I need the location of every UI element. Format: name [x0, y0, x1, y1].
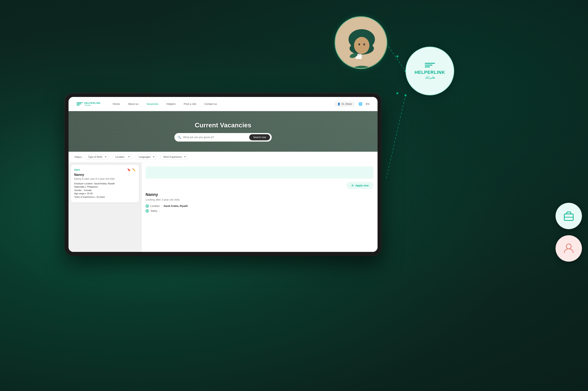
job-gender: Gender – Female — [74, 189, 136, 192]
nav-logo-arabic: هلبرلتك — [84, 104, 100, 106]
detail-location-row: Location: Saudi Arabia, Riyadh — [146, 204, 373, 208]
detail-location-value: Saudi Arabia, Riyadh — [164, 205, 188, 207]
tablet-screen: HELPERLINK هلبرلتك Home About us Vacanci… — [69, 97, 378, 252]
language-text[interactable]: EN — [366, 102, 369, 105]
navbar: HELPERLINK هلبرلتك Home About us Vacanci… — [69, 97, 378, 111]
nav-links: Home About us Vacancies Helpers Post a J… — [113, 102, 334, 105]
apply-button-label: Apply now — [355, 184, 369, 187]
job-experience: Years of experience ▸ 10 years — [74, 196, 136, 198]
search-button[interactable]: Search now — [249, 134, 270, 140]
job-title: Nanny — [74, 173, 136, 177]
nav-link-home[interactable]: Home — [113, 102, 120, 105]
nav-logo-line-1 — [77, 102, 83, 103]
experience-label: Years of experience — [74, 196, 94, 198]
logo-name: HELPERLINK — [415, 70, 445, 75]
share-icon[interactable]: ✏️ — [132, 168, 136, 171]
briefcase-icon — [563, 210, 575, 222]
detail-salary-row: Salary: — [146, 209, 373, 212]
detail-top-bar — [146, 167, 373, 179]
age-range-label: Age range — [74, 192, 84, 195]
filter-work-experience[interactable]: Work Experience 0-2 years 3-5 years 5+ y… — [160, 154, 188, 160]
nationality-value: Philippines — [87, 186, 98, 188]
location-dot — [146, 204, 149, 208]
search-input[interactable] — [183, 136, 249, 139]
gender-value: Female — [84, 189, 92, 192]
apply-button-container: ⊙ Apply now — [146, 182, 373, 189]
job-detail-panel: ⊙ Apply now Nanny Looking after 3 year o… — [142, 162, 378, 252]
floating-actions — [556, 203, 582, 262]
hero-background — [69, 111, 378, 152]
search-bar: 🔍 Search now — [174, 133, 272, 142]
filters-bar: Filters Type of Work Nanny Housekeeper D… — [69, 152, 378, 162]
logo-lines-icon — [425, 63, 435, 67]
nav-logo-line-3 — [77, 105, 80, 105]
brand-logo-circle: HELPERLINK هلبرلتك — [406, 47, 454, 95]
language-globe-button[interactable]: 🌐 — [358, 102, 362, 106]
user-icon: 👤 — [337, 103, 340, 105]
nav-actions: 👤 Hi, Olivia! 🌐 EN — [334, 101, 369, 107]
tablet-frame: HELPERLINK هلبرلتك Home About us Vacanci… — [65, 93, 381, 256]
logo-line-1 — [425, 63, 435, 64]
nav-link-about[interactable]: About us — [128, 102, 138, 105]
nationality-label: Nationality — [74, 186, 84, 188]
search-icon: 🔍 — [178, 136, 181, 139]
apply-now-button[interactable]: ⊙ Apply now — [346, 182, 373, 189]
job-nationality: Nationality ▸ Philippines — [74, 186, 136, 188]
salary-icon — [146, 210, 148, 212]
employer-location-label: Employer Location — [74, 182, 93, 185]
filter-location[interactable]: Location Riyadh Jeddah Dammam — [112, 154, 132, 160]
nav-link-post-job[interactable]: Post a Job — [184, 102, 196, 105]
fab-briefcase[interactable] — [556, 203, 582, 229]
logo-line-3 — [425, 67, 430, 67]
salary-dot — [146, 209, 149, 212]
job-card-header: Open 🔖 ✏️ — [74, 168, 136, 171]
filter-type-of-work[interactable]: Type of Work Nanny Housekeeper Driver — [85, 154, 109, 160]
employer-location-value: Saudi Arabia, Riyadh — [94, 182, 115, 185]
content-area: Open 🔖 ✏️ Nanny Nanny to take care of 3 … — [69, 162, 378, 252]
job-employer-location: Employer Location: Saudi Arabia, Riyadh — [74, 182, 136, 185]
detail-job-title: Nanny — [146, 192, 373, 197]
nav-link-contact[interactable]: Contact us — [204, 102, 217, 105]
job-status-badge: Open — [74, 169, 80, 171]
nav-logo-icon — [77, 102, 83, 105]
helper-profile-circle-1 — [335, 16, 387, 69]
fab-person[interactable] — [556, 235, 582, 262]
filter-languages[interactable]: Languages English Arabic Filipino — [135, 154, 157, 160]
bookmark-icon[interactable]: 🔖 — [127, 168, 131, 171]
svg-point-28 — [566, 244, 571, 249]
age-range-value: 20-35 — [87, 192, 93, 195]
nav-logo-text: HELPERLINK — [84, 102, 100, 104]
user-greeting-button[interactable]: 👤 Hi, Olivia! — [334, 101, 355, 107]
nav-link-vacancies[interactable]: Vacancies — [146, 102, 158, 105]
svg-point-30 — [147, 210, 148, 211]
nav-link-helpers[interactable]: Helpers — [167, 102, 175, 105]
hero-section: Current Vacancies 🔍 Search now — [69, 111, 378, 152]
svg-point-13 — [358, 43, 360, 45]
job-age-range: Age range ▸ 20-35 — [74, 192, 136, 195]
job-card: Open 🔖 ✏️ Nanny Nanny to take care of 3 … — [71, 165, 139, 202]
hero-title: Current Vacancies — [195, 121, 251, 129]
detail-salary-label: Salary — [151, 209, 157, 212]
logo-arabic: هلبرلتك — [425, 76, 435, 79]
logo-line-2 — [425, 65, 432, 66]
location-icon — [146, 205, 148, 207]
filters-label: Filters — [75, 156, 82, 159]
svg-point-14 — [363, 43, 365, 45]
user-greeting-text: Hi, Olivia! — [342, 103, 352, 105]
gender-label: Gender — [74, 189, 82, 192]
detail-location-label: Location — [151, 205, 160, 207]
nav-logo-line-2 — [77, 104, 81, 104]
job-list: Open 🔖 ✏️ Nanny Nanny to take care of 3 … — [69, 162, 142, 252]
job-description: Nanny to take care of 3 year old child. — [74, 178, 136, 180]
job-card-actions: 🔖 ✏️ — [127, 168, 136, 171]
apply-icon: ⊙ — [351, 184, 354, 187]
nav-logo: HELPERLINK هلبرلتك — [77, 102, 100, 106]
svg-point-12 — [354, 37, 369, 54]
person-icon — [563, 242, 575, 255]
svg-point-29 — [147, 205, 148, 207]
detail-job-subtitle: Looking after 3 year old child. — [146, 198, 373, 201]
experience-value: 10 years — [96, 196, 105, 198]
